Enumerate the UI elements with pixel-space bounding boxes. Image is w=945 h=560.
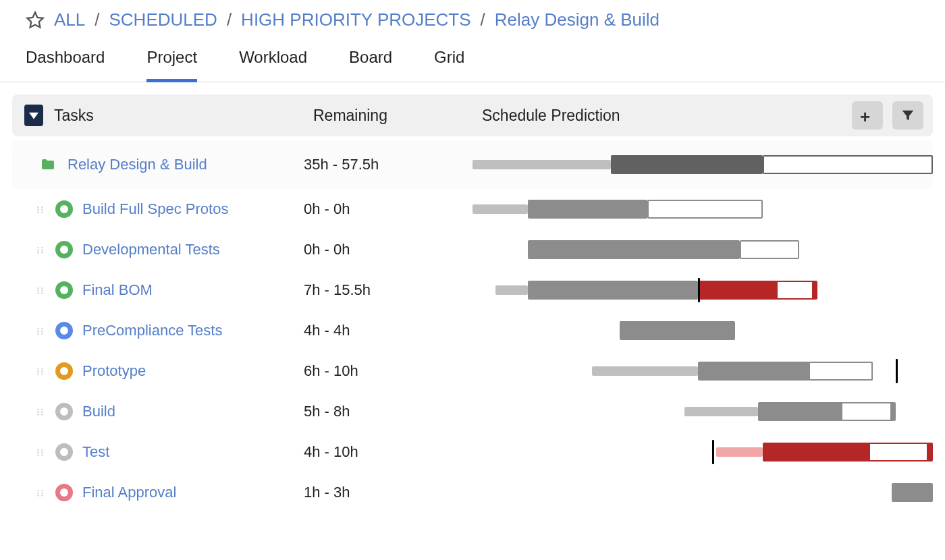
col-tasks-label: Tasks (54, 107, 94, 125)
table-header: Tasks Remaining Schedule Prediction + (12, 94, 933, 136)
tab-workload[interactable]: Workload (239, 48, 307, 74)
drag-handle-icon[interactable]: ⁝⁝ (36, 409, 46, 415)
breadcrumb-scheduled[interactable]: SCHEDULED (109, 9, 217, 30)
task-schedule-bar (473, 240, 933, 259)
task-remaining: 7h - 15.5h (304, 281, 473, 299)
filter-icon (900, 108, 915, 123)
plus-icon: + (860, 108, 875, 123)
tab-dashboard[interactable]: Dashboard (26, 48, 105, 74)
task-schedule-bar (473, 362, 933, 381)
group-name[interactable]: Relay Design & Build (68, 156, 207, 173)
drag-handle-icon[interactable]: ⁝⁝ (36, 328, 46, 334)
tab-board[interactable]: Board (349, 48, 392, 74)
status-icon[interactable] (55, 322, 73, 339)
task-name[interactable]: Build Full Spec Protos (82, 200, 228, 218)
task-remaining: 0h - 0h (304, 241, 473, 258)
task-remaining: 1h - 3h (304, 484, 473, 501)
breadcrumb-current[interactable]: Relay Design & Build (495, 9, 659, 30)
breadcrumb-all[interactable]: ALL (54, 9, 85, 30)
status-icon[interactable] (55, 362, 73, 380)
add-button[interactable]: + (852, 101, 883, 130)
task-name[interactable]: Build (82, 403, 115, 420)
task-name[interactable]: Final Approval (82, 484, 176, 501)
group-row[interactable]: Relay Design & Build 35h - 57.5h (12, 140, 933, 189)
task-schedule-bar (473, 402, 933, 421)
task-remaining: 4h - 4h (304, 322, 473, 339)
breadcrumb-sep: / (227, 9, 232, 30)
task-remaining: 0h - 0h (304, 200, 473, 218)
col-schedule-label: Schedule Prediction (482, 107, 852, 125)
task-row[interactable]: ⁝⁝Prototype6h - 10h (12, 351, 933, 391)
breadcrumb-high-priority[interactable]: HIGH PRIORITY PROJECTS (241, 9, 470, 30)
svg-marker-1 (29, 113, 38, 119)
col-remaining-label: Remaining (313, 107, 482, 125)
task-schedule-bar (473, 321, 933, 340)
status-icon[interactable] (55, 403, 73, 420)
status-icon[interactable] (55, 200, 73, 218)
task-name[interactable]: Test (82, 443, 109, 461)
status-icon[interactable] (55, 484, 73, 501)
task-remaining: 5h - 8h (304, 403, 473, 420)
status-icon[interactable] (55, 241, 73, 258)
drag-handle-icon[interactable]: ⁝⁝ (36, 490, 46, 496)
drag-handle-icon[interactable]: ⁝⁝ (36, 287, 46, 293)
task-name[interactable]: Developmental Tests (82, 241, 220, 258)
breadcrumb: ALL / SCHEDULED / HIGH PRIORITY PROJECTS… (0, 0, 945, 33)
group-remaining: 35h - 57.5h (304, 156, 473, 173)
breadcrumb-sep: / (481, 9, 485, 30)
task-row[interactable]: ⁝⁝Final Approval1h - 3h (12, 472, 933, 513)
filter-button[interactable] (892, 101, 923, 130)
task-remaining: 4h - 10h (304, 443, 473, 461)
chevron-down-icon (29, 111, 38, 120)
task-schedule-bar (473, 200, 933, 219)
task-row[interactable]: ⁝⁝Build Full Spec Protos0h - 0h (12, 189, 933, 229)
group-schedule-bar (473, 155, 933, 174)
star-icon[interactable] (26, 11, 45, 30)
folder-icon (38, 157, 58, 173)
svg-marker-2 (902, 111, 914, 121)
task-name[interactable]: Prototype (82, 362, 146, 380)
tab-grid[interactable]: Grid (434, 48, 464, 74)
task-schedule-bar (473, 443, 933, 461)
tab-project[interactable]: Project (146, 48, 197, 74)
drag-handle-icon[interactable]: ⁝⁝ (36, 247, 46, 253)
task-schedule-bar (473, 483, 933, 502)
task-remaining: 6h - 10h (304, 362, 473, 380)
task-name[interactable]: PreCompliance Tests (82, 322, 222, 339)
tasks-collapse-toggle[interactable] (24, 105, 43, 126)
task-rows: Relay Design & Build 35h - 57.5h ⁝⁝Build… (0, 140, 945, 513)
task-row[interactable]: ⁝⁝Test4h - 10h (12, 432, 933, 472)
tabs: Dashboard Project Workload Board Grid (0, 33, 945, 82)
status-icon[interactable] (55, 281, 73, 299)
task-row[interactable]: ⁝⁝Final BOM7h - 15.5h (12, 270, 933, 310)
task-row[interactable]: ⁝⁝Developmental Tests0h - 0h (12, 229, 933, 270)
breadcrumb-sep: / (94, 9, 99, 30)
task-row[interactable]: ⁝⁝PreCompliance Tests4h - 4h (12, 310, 933, 351)
drag-handle-icon[interactable]: ⁝⁝ (36, 206, 46, 213)
task-schedule-bar (473, 281, 933, 300)
task-name[interactable]: Final BOM (82, 281, 153, 299)
task-row[interactable]: ⁝⁝Build5h - 8h (12, 391, 933, 432)
status-icon[interactable] (55, 443, 73, 461)
svg-marker-0 (27, 12, 43, 27)
drag-handle-icon[interactable]: ⁝⁝ (36, 368, 46, 374)
drag-handle-icon[interactable]: ⁝⁝ (36, 449, 46, 455)
